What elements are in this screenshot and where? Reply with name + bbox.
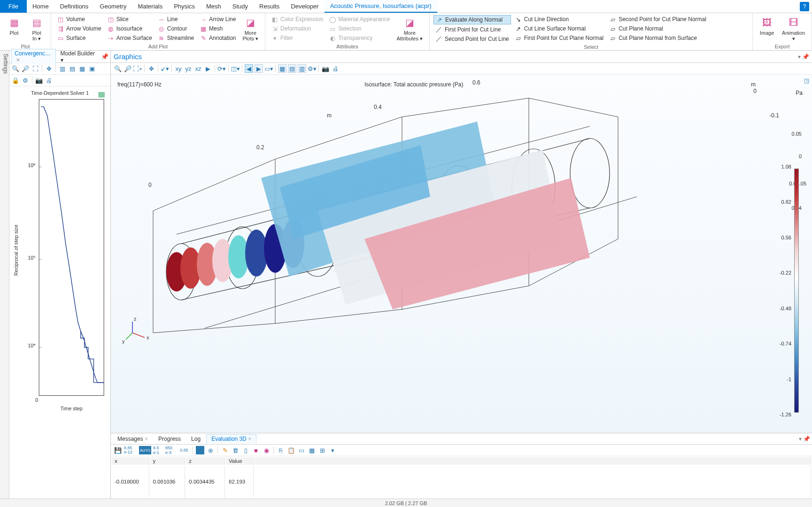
animation-button[interactable]: 🎞 Animation ▾ (779, 15, 808, 42)
tab-study[interactable]: Study (227, 0, 254, 13)
tab-acoustic-pressure[interactable]: Acoustic Pressure, Isosurfaces (acpr) (325, 0, 437, 13)
panel-menu-icon[interactable]: ▾ 📌 (798, 54, 809, 60)
tab-evaluation-3d[interactable]: Evaluation 3D × (206, 434, 256, 444)
layout2-icon[interactable]: ▤ (68, 64, 77, 73)
arrow-volume-button[interactable]: ⇶Arrow Volume (55, 24, 103, 33)
tab-developer[interactable]: Developer (285, 0, 324, 13)
mesh-button[interactable]: ▦Mesh (198, 24, 238, 33)
tab-convergence[interactable]: Convergenc…× (11, 49, 56, 64)
tab-model-builder[interactable]: Model Builder ▾ (58, 49, 99, 64)
close-icon[interactable]: × (16, 57, 20, 63)
g-gear-icon[interactable]: ⚙▾ (308, 64, 316, 73)
g-zoom-box-icon[interactable]: ⛶▾ (133, 64, 142, 73)
contour-button[interactable]: ◎Contour (156, 24, 196, 33)
bt-num3-icon[interactable]: 850 e-3 (165, 446, 177, 454)
g-nav-next-icon[interactable]: ▶ (255, 64, 263, 73)
bt-grid-icon[interactable]: ⊞ (318, 446, 326, 454)
g-view-go-icon[interactable]: ▶ (204, 64, 212, 73)
g-cube-icon[interactable]: ◫▾ (231, 64, 240, 73)
bt-copy-icon[interactable]: ⎘ (277, 446, 285, 454)
settings-rail[interactable]: Settings (0, 51, 9, 499)
layout3-icon[interactable]: ▦ (78, 64, 86, 73)
plot-button[interactable]: ▦ Plot (4, 15, 24, 37)
g-axes-icon[interactable]: ↙▾ (161, 64, 169, 73)
line-button[interactable]: ─Line (156, 15, 196, 23)
more-attributes-button[interactable]: ◪ More Attributes ▾ (394, 15, 425, 42)
bt-save-icon[interactable]: 💾 (114, 446, 122, 454)
transparency-button[interactable]: ◐Transparency (327, 34, 392, 42)
g-grid3-icon[interactable]: ▥ (298, 64, 306, 73)
bt-num4-icon[interactable]: 0.85 (178, 446, 190, 454)
cut-line-direction-button[interactable]: ↘Cut Line Direction (513, 15, 605, 23)
cut-plane-normal-button[interactable]: ▱Cut Plane Normal (607, 24, 708, 33)
cut-line-surface-normal-button[interactable]: ↗Cut Line Surface Normal (513, 24, 605, 33)
tab-home[interactable]: Home (27, 0, 54, 13)
print-icon[interactable]: 🖨 (45, 76, 53, 84)
arrow-surface-button[interactable]: ⇢Arrow Surface (105, 34, 154, 42)
annotation-button[interactable]: ✎Annotation (198, 34, 238, 42)
col-value[interactable]: Value (226, 457, 254, 465)
g-refresh-icon[interactable]: ⟳▾ (217, 64, 226, 73)
zoom-out-icon[interactable]: 🔎 (21, 64, 30, 73)
g-view-yz-icon[interactable]: yz (184, 64, 193, 73)
bt-num1-icon[interactable]: 8.85 e-12 (124, 446, 137, 454)
deformation-button[interactable]: ⇲Deformation (269, 24, 325, 33)
bt-blue1-icon[interactable]: ■ (196, 446, 204, 454)
scene-indicator-icon[interactable]: ◳ (804, 77, 809, 84)
bt-table-icon[interactable]: ▦ (308, 446, 316, 454)
close-icon[interactable]: × (145, 436, 148, 442)
surface-button[interactable]: ▭Surface (55, 34, 103, 42)
plot-in-button[interactable]: ▤ Plot In ▾ (26, 15, 47, 42)
streamline-button[interactable]: ≋Streamline (156, 34, 196, 42)
col-x[interactable]: x (112, 457, 149, 465)
image-button[interactable]: 🖼 Image (757, 15, 777, 37)
bt-auto-icon[interactable]: AUTO (139, 446, 151, 454)
volume-button[interactable]: ◫Volume (55, 15, 103, 23)
zoom-extents-icon[interactable]: ⛶ (31, 64, 39, 73)
layout4-icon[interactable]: ▣ (88, 64, 96, 73)
isosurface-button[interactable]: ◍Isosurface (105, 24, 154, 33)
g-camera-icon[interactable]: 📷 (321, 64, 330, 73)
bt-globe-icon[interactable]: ⊕ (206, 446, 215, 454)
tab-geometry[interactable]: Geometry (94, 0, 132, 13)
g-grid1-icon[interactable]: ▦ (278, 64, 286, 73)
bt-trash-icon[interactable]: 🗑 (231, 446, 240, 454)
first-point-cut-plane-normal-button[interactable]: ▱First Point for Cut Plane Normal (513, 34, 605, 42)
g-nav-prev-icon[interactable]: ◀ (245, 64, 253, 73)
move-icon[interactable]: ✥ (45, 64, 53, 73)
camera-icon[interactable]: 📷 (35, 76, 43, 84)
pin-icon[interactable]: 📌 (101, 53, 108, 61)
g-window-icon[interactable]: ▭▾ (264, 64, 273, 73)
first-point-cut-line-button[interactable]: ／First Point for Cut Line (433, 25, 511, 34)
bt-eye-icon[interactable]: ◉ (262, 446, 271, 454)
tab-mesh[interactable]: Mesh (201, 0, 227, 13)
bt-dup-icon[interactable]: ▭ (297, 446, 306, 454)
tab-progress[interactable]: Progress (154, 435, 186, 443)
tab-materials[interactable]: Materials (132, 0, 168, 13)
g-print-icon[interactable]: 🖨 (331, 64, 340, 73)
gear-icon[interactable]: ⚙ (21, 76, 30, 84)
filter-button[interactable]: ▾Filter (269, 34, 325, 42)
layout1-icon[interactable]: ▥ (58, 64, 67, 73)
g-move-icon[interactable]: ✥ (147, 64, 155, 73)
bottom-panel-menu-icon[interactable]: ▾ 📌 (799, 436, 810, 442)
bt-sq2-icon[interactable]: ■ (252, 446, 260, 454)
col-z[interactable]: z (186, 457, 225, 465)
bt-sq1-icon[interactable]: ▯ (241, 446, 250, 454)
bt-paste-icon[interactable]: 📋 (287, 446, 295, 454)
more-plots-button[interactable]: ◪ More Plots ▾ (240, 15, 261, 42)
evaluate-along-normal-button[interactable]: ↗Evaluate Along Normal (433, 15, 511, 24)
close-icon[interactable]: × (248, 436, 251, 442)
bt-dropdown-icon[interactable]: ▾ (328, 446, 337, 454)
lock-icon[interactable]: 🔒 (11, 76, 20, 84)
g-view-xy-icon[interactable]: xy (174, 64, 183, 73)
tab-physics[interactable]: Physics (168, 0, 201, 13)
arrow-line-button[interactable]: →Arrow Line (198, 15, 238, 23)
graphics-view[interactable]: freq(117)=600 Hz Isosurface: Total acous… (111, 75, 812, 433)
col-y[interactable]: y (150, 457, 186, 465)
zoom-in-icon[interactable]: 🔍 (11, 64, 20, 73)
g-grid2-icon[interactable]: ▤ (288, 64, 296, 73)
bt-brush-icon[interactable]: ✎ (221, 446, 229, 454)
file-menu[interactable]: File (0, 0, 27, 13)
second-point-cut-plane-normal-button[interactable]: ▱Second Point for Cut Plane Normal (607, 15, 708, 23)
